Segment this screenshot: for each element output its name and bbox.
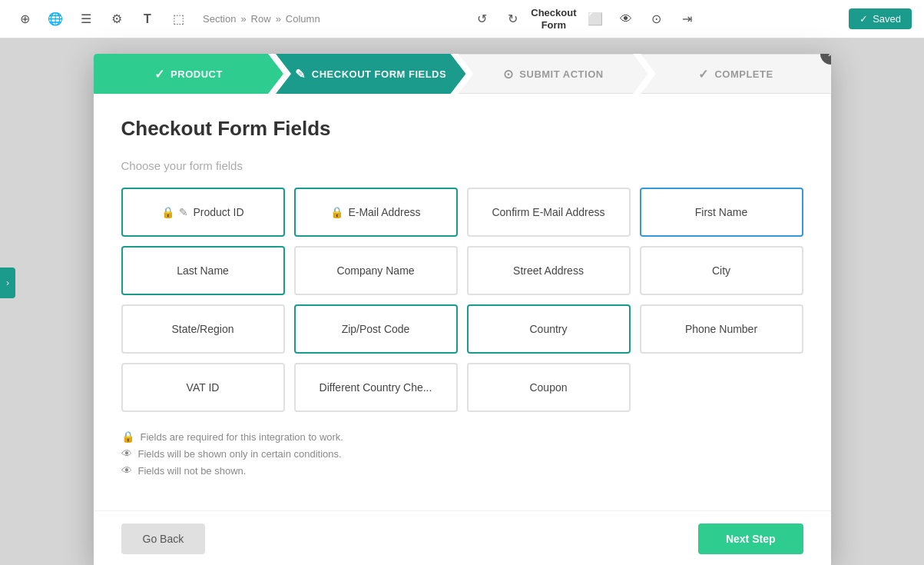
text-icon[interactable]: T bbox=[135, 7, 160, 32]
legend-eye-icon-2: 👁 bbox=[121, 464, 132, 477]
fields-grid: 🔒 ✎ Product ID 🔒 E-Mail Address Confirm … bbox=[121, 188, 803, 412]
page-title: Checkout Form bbox=[531, 7, 576, 31]
lock-icon: 🔒 bbox=[161, 206, 174, 218]
field-first-name[interactable]: First Name bbox=[640, 188, 803, 237]
add-icon[interactable]: ⊕ bbox=[12, 7, 37, 32]
legend-eye-icon-1: 👁 bbox=[121, 447, 132, 460]
field-product-id[interactable]: 🔒 ✎ Product ID bbox=[121, 188, 285, 237]
legend-lock-icon: 🔒 bbox=[121, 430, 134, 443]
modal-title: Checkout Form Fields bbox=[121, 117, 803, 141]
toolbar: ⊕ 🌐 ☰ ⚙ T ⬚ Section » Row » Column ↺ ↻ C… bbox=[0, 0, 924, 38]
toolbar-center: ↺ ↻ Checkout Form ⬜ 👁 ⊙ ⇥ bbox=[326, 7, 843, 32]
breadcrumb-sep1: » bbox=[240, 13, 246, 25]
help-icon[interactable]: ⊙ bbox=[644, 7, 669, 32]
responsive-icon[interactable]: ⬜ bbox=[583, 7, 608, 32]
field-city[interactable]: City bbox=[640, 246, 803, 295]
modal-body: Checkout Form Fields Choose your form fi… bbox=[94, 94, 831, 510]
legend: 🔒 Fields are required for this integrati… bbox=[121, 430, 803, 477]
legend-item-hidden: 👁 Fields will not be shown. bbox=[121, 464, 803, 477]
step-product[interactable]: ✓ PRODUCT bbox=[94, 54, 284, 94]
field-last-name[interactable]: Last Name bbox=[121, 246, 285, 295]
field-zip-post[interactable]: Zip/Post Code bbox=[294, 304, 458, 354]
check-icon: ✓ bbox=[859, 13, 868, 25]
next-step-button[interactable]: Next Step bbox=[698, 523, 803, 554]
checkout-form-modal: × ✓ PRODUCT ✎ CHECKOUT FORM FIELDS ⊙ SUB… bbox=[94, 54, 831, 565]
field-street-address[interactable]: Street Address bbox=[467, 246, 631, 295]
field-different-country[interactable]: Different Country Che... bbox=[294, 363, 458, 412]
globe-icon[interactable]: 🌐 bbox=[43, 7, 68, 32]
field-email[interactable]: 🔒 E-Mail Address bbox=[294, 188, 458, 237]
field-phone-number[interactable]: Phone Number bbox=[640, 304, 803, 354]
edit-icon: ✎ bbox=[179, 206, 188, 218]
breadcrumb: Section » Row » Column bbox=[203, 13, 320, 25]
step-2-icon: ✎ bbox=[295, 67, 306, 81]
step-3-icon: ⊙ bbox=[503, 67, 514, 81]
breadcrumb-sep2: » bbox=[276, 13, 281, 25]
undo-icon[interactable]: ↺ bbox=[469, 7, 494, 32]
modal-footer: Go Back Next Step bbox=[94, 510, 831, 565]
field-company-name[interactable]: Company Name bbox=[294, 246, 458, 295]
modal-overlay: × ✓ PRODUCT ✎ CHECKOUT FORM FIELDS ⊙ SUB… bbox=[0, 38, 924, 565]
toolbar-right: ✓ Saved bbox=[849, 8, 912, 29]
field-country[interactable]: Country bbox=[467, 304, 631, 354]
share-icon[interactable]: ⇥ bbox=[675, 7, 700, 32]
pointer-icon[interactable]: ⬚ bbox=[166, 7, 190, 32]
saved-button[interactable]: ✓ Saved bbox=[849, 8, 912, 29]
field-coupon[interactable]: Coupon bbox=[467, 363, 631, 412]
breadcrumb-row[interactable]: Row bbox=[251, 13, 271, 25]
settings-icon[interactable]: ⚙ bbox=[104, 7, 129, 32]
step-4-icon: ✓ bbox=[698, 67, 709, 81]
step-submit-action[interactable]: ⊙ SUBMIT ACTION bbox=[459, 54, 649, 94]
eye-icon[interactable]: 👁 bbox=[614, 7, 638, 32]
legend-item-conditional: 👁 Fields will be shown only in certain c… bbox=[121, 447, 803, 460]
breadcrumb-section[interactable]: Section bbox=[203, 13, 236, 25]
go-back-button[interactable]: Go Back bbox=[121, 523, 206, 554]
field-state-region[interactable]: State/Region bbox=[121, 304, 285, 354]
step-1-icon: ✓ bbox=[154, 67, 165, 81]
field-confirm-email[interactable]: Confirm E-Mail Address bbox=[467, 188, 631, 237]
lock-icon-email: 🔒 bbox=[330, 206, 343, 218]
field-vat-id[interactable]: VAT ID bbox=[121, 363, 285, 412]
breadcrumb-column[interactable]: Column bbox=[286, 13, 320, 25]
legend-item-required: 🔒 Fields are required for this integrati… bbox=[121, 430, 803, 443]
steps-header: ✓ PRODUCT ✎ CHECKOUT FORM FIELDS ⊙ SUBMI… bbox=[94, 54, 831, 94]
menu-icon[interactable]: ☰ bbox=[74, 7, 98, 32]
form-subtitle: Choose your form fields bbox=[121, 159, 803, 172]
step-checkout-form-fields[interactable]: ✎ CHECKOUT FORM FIELDS bbox=[276, 54, 466, 94]
redo-icon[interactable]: ↻ bbox=[500, 7, 525, 32]
step-complete[interactable]: ✓ COMPLETE bbox=[641, 54, 831, 94]
